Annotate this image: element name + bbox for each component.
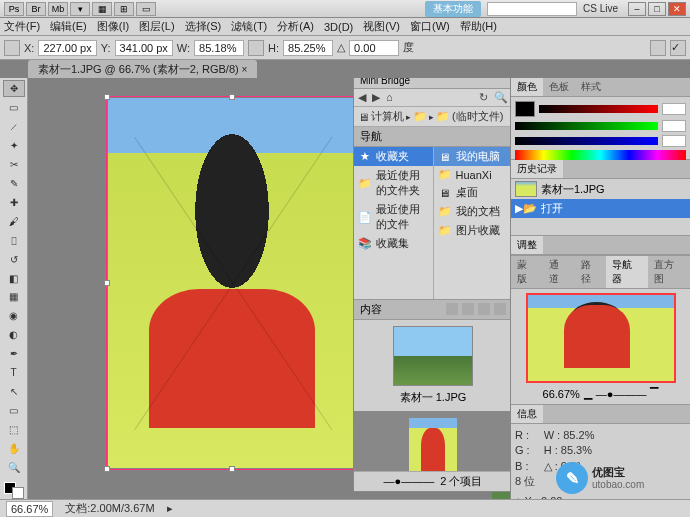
minibridge-title[interactable]: Mini Bridge [354, 78, 510, 89]
fg-swatch[interactable] [515, 101, 535, 117]
zoom-tool[interactable]: 🔍 [3, 459, 25, 476]
move-tool[interactable]: ✥ [3, 80, 25, 97]
color-swatch[interactable] [4, 482, 24, 499]
heal-tool[interactable]: ✚ [3, 194, 25, 211]
loc-mycomputer[interactable]: 🖥我的电脑 [434, 147, 511, 166]
menu-file[interactable]: 文件(F) [4, 19, 40, 34]
menu-image[interactable]: 图像(I) [97, 19, 129, 34]
arrange-icon[interactable]: ⊞ [114, 2, 134, 16]
mb-fwd-icon[interactable]: ▶ [372, 91, 380, 104]
tab-navigator[interactable]: 导航器 [606, 256, 648, 288]
tab-masks[interactable]: 蒙版 [511, 256, 543, 288]
canvas[interactable] [108, 98, 356, 468]
menu-help[interactable]: 帮助(H) [460, 19, 497, 34]
thumb-item-1[interactable]: 素材一 1.JPG [354, 320, 510, 411]
zoom-dropdown[interactable]: ▾ [70, 2, 90, 16]
cslive-label[interactable]: CS Live [583, 3, 618, 14]
mb-back-icon[interactable]: ◀ [358, 91, 366, 104]
tab-channels[interactable]: 通道 [543, 256, 575, 288]
loc-desktop[interactable]: 🖥桌面 [434, 183, 511, 202]
blur-tool[interactable]: ◉ [3, 307, 25, 324]
canvas-area[interactable]: Mini Bridge ◀ ▶ ⌂ ↻ 🔍 🖥 计算机 ▸ 📁 ▸ 📁 (临时文… [28, 78, 510, 499]
workspace-pill[interactable]: 基本功能 [425, 1, 481, 17]
tab-history[interactable]: 历史记录 [511, 160, 563, 178]
nav-favorites[interactable]: ★收藏夹 [354, 147, 433, 166]
nav-collections[interactable]: 📚收藏集 [354, 234, 433, 253]
nav-zoom-in-icon[interactable]: ▔ [650, 387, 658, 400]
path-tool[interactable]: ↖ [3, 383, 25, 400]
mb-slider[interactable]: —●——— [384, 475, 435, 487]
nav-recent-files[interactable]: 📄最近使用的文件 [354, 200, 433, 234]
lasso-tool[interactable]: ⟋ [3, 118, 25, 135]
g-value[interactable] [662, 120, 686, 132]
document-tab[interactable]: 素材一1.JPG @ 66.7% (素材一2, RGB/8) × [28, 60, 257, 79]
history-brush-tool[interactable]: ↺ [3, 251, 25, 268]
minimize-button[interactable]: – [628, 2, 646, 16]
minibridge-icon[interactable]: Mb [48, 2, 68, 16]
pen-tool[interactable]: ✒ [3, 345, 25, 362]
nav-recent-folders[interactable]: 📁最近使用的文件夹 [354, 166, 433, 200]
tab-paths[interactable]: 路径 [575, 256, 607, 288]
menu-view[interactable]: 视图(V) [363, 19, 400, 34]
gradient-tool[interactable]: ▦ [3, 288, 25, 305]
ps-icon[interactable]: Ps [4, 2, 24, 16]
g-slider[interactable] [515, 122, 658, 130]
minibridge-breadcrumb[interactable]: 🖥 计算机 ▸ 📁 ▸ 📁 (临时文件) [354, 107, 510, 127]
w-field[interactable]: 85.18% [194, 40, 244, 56]
y-field[interactable]: 341.00 px [115, 40, 173, 56]
r-slider[interactable] [539, 105, 658, 113]
nav-zoom-out-icon[interactable]: ▁ [584, 387, 592, 400]
angle-field[interactable]: 0.00 [349, 40, 399, 56]
b-value[interactable] [662, 135, 686, 147]
navigator-thumb[interactable] [526, 293, 676, 383]
tab-adjust[interactable]: 调整 [511, 236, 543, 254]
transform-ref-icon[interactable] [4, 40, 20, 56]
menu-filter[interactable]: 滤镜(T) [231, 19, 267, 34]
sort-icon[interactable] [462, 303, 474, 315]
tools-icon[interactable] [494, 303, 506, 315]
zoom-field[interactable]: 66.67% [6, 501, 53, 517]
tab-styles[interactable]: 样式 [575, 78, 607, 96]
statusbar-menu-icon[interactable]: ▸ [167, 502, 173, 515]
marquee-tool[interactable]: ▭ [3, 99, 25, 116]
dodge-tool[interactable]: ◐ [3, 326, 25, 343]
eyedropper-tool[interactable]: ✎ [3, 175, 25, 192]
brush-tool[interactable]: 🖌 [3, 213, 25, 230]
tab-swatches[interactable]: 色板 [543, 78, 575, 96]
r-value[interactable] [662, 103, 686, 115]
cancel-transform-icon[interactable] [650, 40, 666, 56]
close-button[interactable]: ✕ [668, 2, 686, 16]
mb-home-icon[interactable]: ⌂ [386, 91, 393, 104]
crumb-computer[interactable]: 计算机 [371, 109, 404, 124]
tab-histogram[interactable]: 直方图 [648, 256, 690, 288]
link-wh-icon[interactable] [248, 40, 264, 56]
view-icon[interactable] [478, 303, 490, 315]
menu-layer[interactable]: 图层(L) [139, 19, 174, 34]
menu-edit[interactable]: 编辑(E) [50, 19, 87, 34]
screenmode-icon[interactable]: ▭ [136, 2, 156, 16]
nav-zoom-slider[interactable]: —●——— [596, 388, 647, 400]
view-extras-icon[interactable]: ▦ [92, 2, 112, 16]
3d-tool[interactable]: ⬚ [3, 421, 25, 438]
loc-huanxi[interactable]: 📁HuanXi [434, 166, 511, 183]
nav-zoom-value[interactable]: 66.67% [543, 388, 580, 400]
hand-tool[interactable]: ✋ [3, 440, 25, 457]
h-field[interactable]: 85.25% [283, 40, 333, 56]
menu-window[interactable]: 窗口(W) [410, 19, 450, 34]
thumb-item-2[interactable]: 素材一 2.JPG [354, 411, 510, 472]
search-input[interactable] [487, 2, 577, 16]
mb-boomerang-icon[interactable]: ↻ [479, 91, 488, 104]
history-snapshot[interactable]: 素材一1.JPG [511, 179, 690, 199]
wand-tool[interactable]: ✦ [3, 137, 25, 154]
type-tool[interactable]: T [3, 364, 25, 381]
menu-3d[interactable]: 3D(D) [324, 21, 353, 33]
x-field[interactable]: 227.00 px [38, 40, 96, 56]
tab-color[interactable]: 颜色 [511, 78, 543, 96]
stamp-tool[interactable]: ⌷ [3, 232, 25, 249]
filter-icon[interactable] [446, 303, 458, 315]
shape-tool[interactable]: ▭ [3, 402, 25, 419]
menu-select[interactable]: 选择(S) [185, 19, 222, 34]
bridge-icon[interactable]: Br [26, 2, 46, 16]
loc-documents[interactable]: 📁我的文档 [434, 202, 511, 221]
mb-search-icon[interactable]: 🔍 [494, 91, 508, 104]
